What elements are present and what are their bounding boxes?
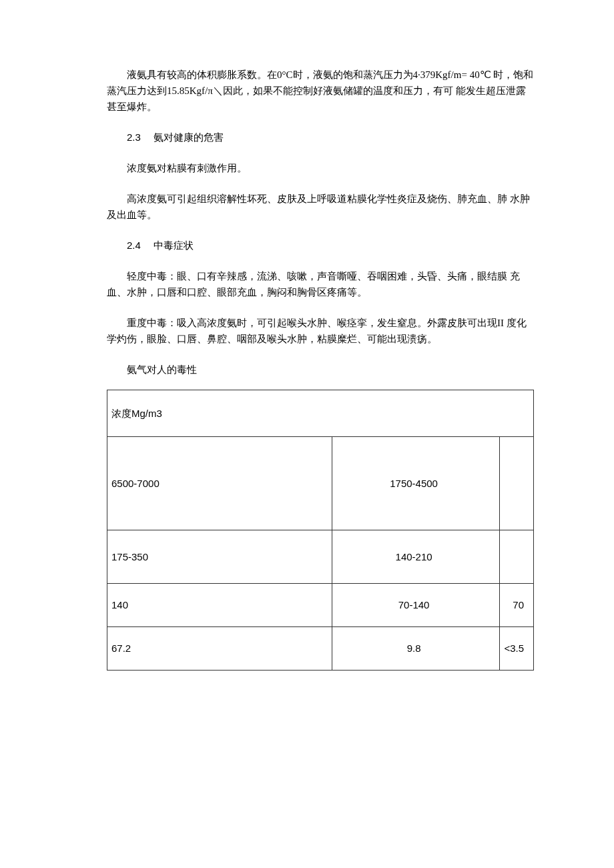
paragraph-expansion: 液氨具有较高的体积膨胀系数。在0°C时，液氨的饱和蒸汽压力为4·379Kgf/m… (107, 67, 534, 115)
paragraph-low-conc: 浓度氨对粘膜有刺激作用。 (107, 160, 534, 176)
section-number: 2.4 (127, 240, 141, 251)
table-header-cell: 浓度Mg/m3 (107, 390, 534, 437)
toxicity-table: 浓度Mg/m3 6500-7000 1750-4500 175-350 140-… (107, 390, 534, 671)
table-cell: 6500-7000 (107, 437, 332, 530)
table-cell: 67.2 (107, 627, 332, 671)
table-cell: 140 (107, 584, 332, 627)
section-2-3-heading: 2.3 氨对健康的危害 (107, 129, 534, 145)
table-cell: 70-140 (332, 584, 500, 627)
paragraph-severe-poison: 重度中毒：吸入高浓度氨时，可引起喉头水肿、喉痉挛，发生窒息。外露皮肤可出现II … (107, 315, 534, 347)
table-cell: 70 (500, 584, 534, 627)
table-cell: 1750-4500 (332, 437, 500, 530)
paragraph-high-conc: 高浓度氨可引起组织溶解性坏死、皮肤及上呼吸道粘膜化学性炎症及烧伤、肺充血、肺 水… (107, 191, 534, 223)
table-cell: <3.5 (500, 627, 534, 671)
table-row: 67.2 9.8 <3.5 (107, 627, 534, 671)
table-row: 140 70-140 70 (107, 584, 534, 627)
table-cell: 9.8 (332, 627, 500, 671)
section-2-4-heading: 2.4 中毒症状 (107, 238, 534, 254)
table-row: 175-350 140-210 (107, 530, 534, 584)
table-cell (500, 530, 534, 584)
table-title: 氨气对人的毒性 (107, 362, 534, 378)
table-cell: 175-350 (107, 530, 332, 584)
table-row: 6500-7000 1750-4500 (107, 437, 534, 530)
section-title: 氨对健康的危害 (154, 132, 224, 143)
table-cell: 140-210 (332, 530, 500, 584)
table-header-row: 浓度Mg/m3 (107, 390, 534, 437)
paragraph-mild-poison: 轻度中毒：眼、口有辛辣感，流涕、咳嗽，声音嘶哑、吞咽困难，头昏、头痛，眼结膜 充… (107, 268, 534, 300)
section-title: 中毒症状 (154, 240, 194, 251)
section-number: 2.3 (127, 131, 141, 143)
table-cell (500, 437, 534, 530)
